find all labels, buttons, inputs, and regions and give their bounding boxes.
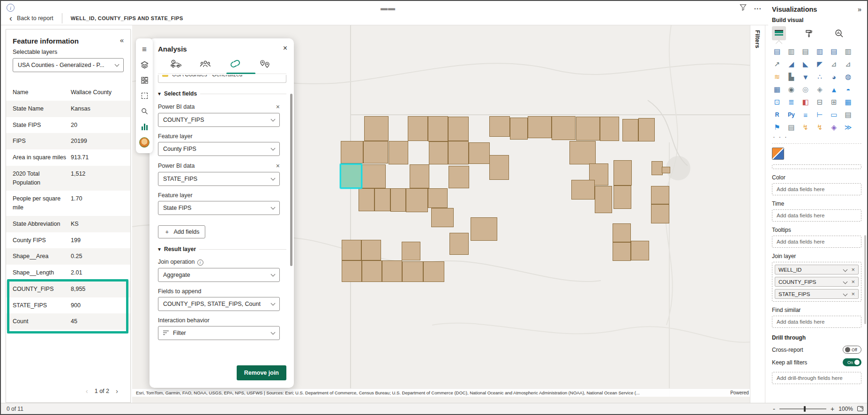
visual-r-script-visual-icon[interactable]: R (772, 110, 782, 119)
county-polygon[interactable] (374, 188, 390, 211)
county-polygon[interactable] (595, 186, 612, 213)
county-polygon[interactable] (614, 185, 631, 209)
feature-layer-dropdown[interactable]: State FIPS (158, 201, 280, 215)
county-polygon[interactable] (448, 141, 469, 164)
visual-custom-visual-diamond-icon[interactable]: ◈ (829, 123, 839, 132)
county-polygon[interactable] (431, 208, 454, 227)
county-polygon[interactable] (402, 242, 420, 260)
county-polygon[interactable] (622, 119, 638, 141)
county-polygon[interactable] (576, 117, 600, 141)
county-polygon[interactable] (552, 116, 576, 140)
county-polygon[interactable] (471, 217, 497, 241)
zoom-slider[interactable] (779, 408, 826, 409)
visual-arcgis-maps-icon[interactable] (772, 148, 784, 160)
info-icon[interactable]: i (197, 259, 203, 266)
drag-handle-icon[interactable]: ▬▬ (381, 4, 396, 12)
fit-to-page-icon[interactable] (857, 406, 863, 411)
county-polygon[interactable] (362, 260, 382, 282)
county-polygon[interactable] (651, 161, 663, 175)
visual-clustered-bar-chart-icon[interactable]: ▤ (801, 47, 811, 56)
search-icon[interactable] (136, 104, 153, 119)
county-polygon[interactable] (342, 240, 361, 260)
close-icon[interactable]: × (283, 44, 287, 52)
county-polygon[interactable] (428, 188, 448, 208)
select-fields-section[interactable]: ▾ Select fields (158, 90, 286, 97)
visual-azure-map-icon[interactable]: ▲ (829, 85, 839, 94)
county-polygon[interactable] (406, 188, 428, 212)
visual-power-apps-visual-icon[interactable]: ↯ (801, 123, 811, 132)
powerbi-data-dropdown[interactable]: COUNTY_FIPS (158, 113, 280, 127)
county-polygon[interactable] (389, 141, 408, 164)
county-polygon[interactable] (362, 164, 386, 188)
field-pill-county_fips[interactable]: COUNTY_FIPS× (775, 277, 859, 287)
location-well[interactable] (772, 164, 861, 169)
county-polygon[interactable] (364, 116, 389, 141)
county-polygon[interactable] (410, 164, 429, 188)
visual-line-chart-icon[interactable]: ↗ (772, 59, 782, 69)
fields-to-append-dropdown[interactable]: COUNTY_FIPS, STATE_FIPS, Count (158, 297, 280, 311)
visual-100-stacked-column-chart-icon[interactable]: ▥ (843, 47, 853, 56)
chevron-down-icon[interactable] (843, 267, 848, 272)
visual-power-automate-visual-icon[interactable]: ↯ (815, 123, 825, 132)
visual-multi-row-card-icon[interactable]: ≣ (786, 97, 796, 107)
chevron-down-icon[interactable] (843, 279, 848, 284)
county-polygon[interactable] (613, 242, 631, 261)
build-visual-tab[interactable] (772, 26, 786, 40)
visual-line-and-clustered-column-chart-icon[interactable]: ⊿ (843, 59, 853, 69)
visual-qa-visual-icon[interactable]: ▭ (829, 110, 839, 119)
powerbi-data-dropdown[interactable]: STATE_FIPS (158, 172, 280, 186)
feature-layer-dropdown[interactable]: County FIPS (158, 142, 280, 156)
county-polygon[interactable] (382, 260, 402, 282)
county-polygon[interactable] (571, 180, 595, 200)
join-operation-dropdown[interactable]: Aggregate (158, 268, 280, 282)
get-more-visuals[interactable]: · · · (773, 133, 861, 141)
expand-panel-icon[interactable]: » (858, 6, 861, 13)
filter-icon[interactable] (740, 4, 747, 11)
remove-field-icon[interactable]: × (851, 290, 855, 297)
analytics-tab[interactable] (832, 26, 846, 40)
visual-paginated-report-icon[interactable]: ▤ (786, 123, 796, 132)
result-layer-section[interactable]: ▾ Result layer (158, 246, 286, 252)
visual-waterfall-chart-icon[interactable]: ▙ (786, 72, 796, 82)
county-polygon[interactable] (448, 117, 469, 141)
remove-field-icon[interactable]: × (276, 103, 280, 111)
remove-join-button[interactable]: Remove join (237, 365, 286, 380)
visual-slicer-icon[interactable]: ⊟ (815, 97, 825, 107)
visual-pie-chart-icon[interactable]: ◕ (829, 72, 839, 82)
visual-metrics-icon[interactable]: ⚑ (772, 123, 782, 132)
chevron-down-icon[interactable] (843, 291, 848, 296)
find-similar-well[interactable]: Add data fields here (772, 316, 861, 328)
county-polygon[interactable] (528, 116, 552, 138)
visual-map-icon[interactable]: ◉ (786, 85, 796, 94)
profile-avatar[interactable] (136, 134, 153, 150)
county-polygon[interactable] (342, 260, 362, 282)
visual-scatter-chart-icon[interactable]: ∴ (815, 72, 825, 82)
collapse-panel-icon[interactable]: « (120, 36, 124, 44)
county-polygon[interactable] (363, 141, 388, 163)
county-polygon[interactable] (600, 117, 619, 141)
county-polygon[interactable] (631, 241, 649, 260)
county-polygon[interactable] (489, 116, 510, 137)
format-visual-tab[interactable] (802, 26, 816, 40)
county-polygon[interactable] (423, 261, 444, 282)
info-icon[interactable]: i (7, 4, 15, 12)
county-polygon[interactable] (489, 155, 509, 180)
tab-find-locations-icon[interactable] (255, 59, 274, 69)
visual-stacked-bar-chart-icon[interactable]: ▤ (772, 47, 782, 56)
county-polygon[interactable] (390, 188, 406, 212)
selection-tool-icon[interactable] (136, 88, 153, 104)
visual-filled-map-icon[interactable]: ◎ (801, 85, 811, 94)
visual-funnel-chart-icon[interactable]: ▼ (801, 72, 811, 82)
visual-donut-chart-icon[interactable]: ◍ (843, 72, 853, 82)
remove-field-icon[interactable]: × (851, 278, 855, 285)
county-polygon[interactable] (662, 167, 670, 173)
time-well[interactable]: Add data fields here (772, 209, 861, 222)
analysis-icon[interactable] (136, 119, 153, 134)
tooltips-well[interactable]: Add data fields here (772, 236, 861, 248)
field-pill-well_id[interactable]: WELL_ID× (775, 265, 859, 274)
zoom-in-button[interactable]: + (831, 405, 834, 413)
prev-page-icon[interactable]: ‹ (86, 387, 88, 395)
next-page-icon[interactable]: › (116, 387, 118, 395)
selectable-layers-dropdown[interactable]: USA Counties - Generalized - P... (13, 58, 124, 72)
visual-matrix-icon[interactable]: ▦ (843, 97, 853, 107)
